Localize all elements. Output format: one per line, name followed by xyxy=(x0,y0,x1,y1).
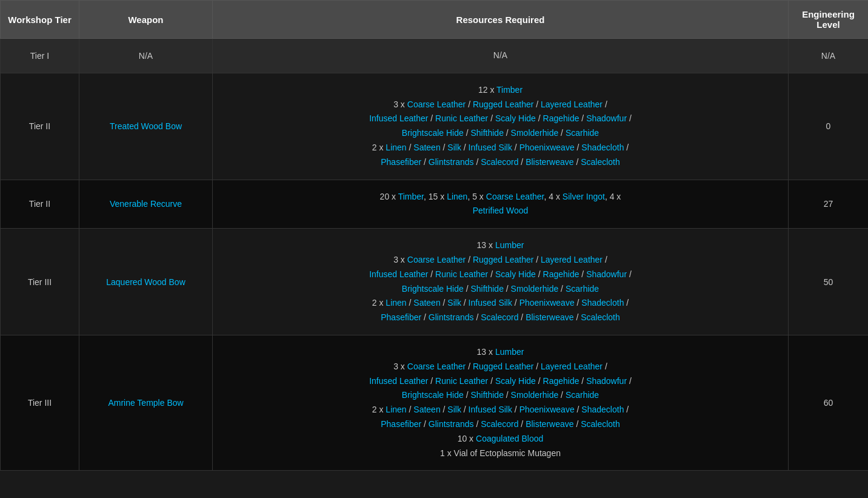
tier-cell: Tier III xyxy=(1,335,79,470)
tier-cell: Tier I xyxy=(1,39,79,73)
table-row: Tier IITreated Wood Bow12 x Timber3 x Co… xyxy=(1,73,869,180)
crafting-table: Workshop Tier Weapon Resources Required … xyxy=(0,0,868,471)
header-engineering: Engineering Level xyxy=(789,1,869,39)
weapon-cell: Venerable Recurve xyxy=(79,180,213,229)
engineering-cell: 0 xyxy=(789,73,869,180)
tier-cell: Tier II xyxy=(1,180,79,229)
weapon-cell: N/A xyxy=(79,39,213,73)
tier-cell: Tier III xyxy=(1,229,79,335)
table-header: Workshop Tier Weapon Resources Required … xyxy=(1,1,869,39)
resources-cell: 12 x Timber3 x Coarse Leather / Rugged L… xyxy=(213,73,789,180)
weapon-cell: Laquered Wood Bow xyxy=(79,229,213,335)
header-weapon: Weapon xyxy=(79,1,213,39)
engineering-cell: N/A xyxy=(789,39,869,73)
table-row: Tier IIIAmrine Temple Bow13 x Lumber3 x … xyxy=(1,335,869,470)
resources-cell: N/A xyxy=(213,39,789,73)
tier-cell: Tier II xyxy=(1,73,79,180)
resources-cell: 13 x Lumber3 x Coarse Leather / Rugged L… xyxy=(213,229,789,335)
resources-cell: 20 x Timber, 15 x Linen, 5 x Coarse Leat… xyxy=(213,180,789,229)
table-row: Tier IIVenerable Recurve20 x Timber, 15 … xyxy=(1,180,869,229)
weapon-cell: Treated Wood Bow xyxy=(79,73,213,180)
resources-cell: 13 x Lumber3 x Coarse Leather / Rugged L… xyxy=(213,335,789,470)
table-row: Tier IIILaquered Wood Bow13 x Lumber3 x … xyxy=(1,229,869,335)
engineering-cell: 50 xyxy=(789,229,869,335)
header-workshop-tier: Workshop Tier xyxy=(1,1,79,39)
table-row: Tier IN/AN/AN/A xyxy=(1,39,869,73)
header-resources: Resources Required xyxy=(213,1,789,39)
engineering-cell: 27 xyxy=(789,180,869,229)
weapon-cell: Amrine Temple Bow xyxy=(79,335,213,470)
engineering-cell: 60 xyxy=(789,335,869,470)
